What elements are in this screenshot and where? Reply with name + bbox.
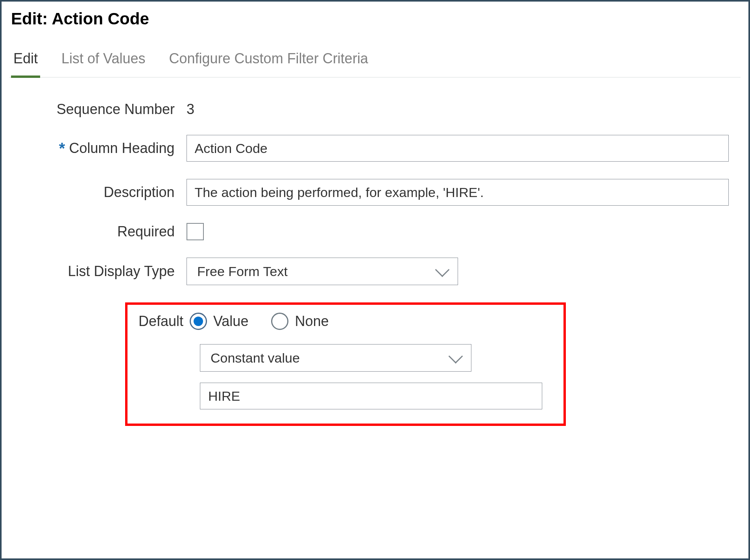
default-radio-value[interactable]: Value [190,313,248,330]
default-type-value: Constant value [211,350,300,366]
column-heading-label: Column Heading [69,140,174,157]
page-title: Edit: Action Code [11,9,741,28]
radio-unselected-icon [271,313,288,330]
default-radio-group: Value None [190,313,329,330]
required-asterisk-icon: * [59,140,65,157]
tab-list-of-values[interactable]: List of Values [59,42,148,78]
edit-action-code-dialog: Edit: Action Code Edit List of Values Co… [0,0,750,560]
required-label: Required [21,223,187,240]
column-heading-input[interactable] [187,135,729,162]
chevron-down-icon [435,263,450,277]
default-radio-none-label: None [295,313,329,330]
required-checkbox[interactable] [187,223,204,240]
default-type-select[interactable]: Constant value [200,344,471,372]
default-highlight-box: Default Value None Constant value [125,302,566,426]
list-display-type-value: Free Form Text [197,264,288,279]
chevron-down-icon [449,349,463,364]
radio-selected-icon [190,313,207,330]
description-input[interactable] [187,179,729,206]
edit-form: Sequence Number 3 * Column Heading Descr… [9,77,741,426]
default-radio-value-label: Value [213,313,248,330]
description-label: Description [21,184,187,201]
list-display-type-label: List Display Type [21,263,187,280]
sequence-number-label: Sequence Number [21,101,187,118]
tab-bar: Edit List of Values Configure Custom Fil… [9,42,741,77]
tab-configure-custom-filter[interactable]: Configure Custom Filter Criteria [167,42,371,78]
list-display-type-select[interactable]: Free Form Text [187,258,458,285]
default-label: Default [139,313,190,330]
default-radio-none[interactable]: None [271,313,329,330]
sequence-number-value: 3 [187,101,194,118]
default-value-input[interactable] [200,383,542,409]
tab-edit[interactable]: Edit [11,42,40,78]
